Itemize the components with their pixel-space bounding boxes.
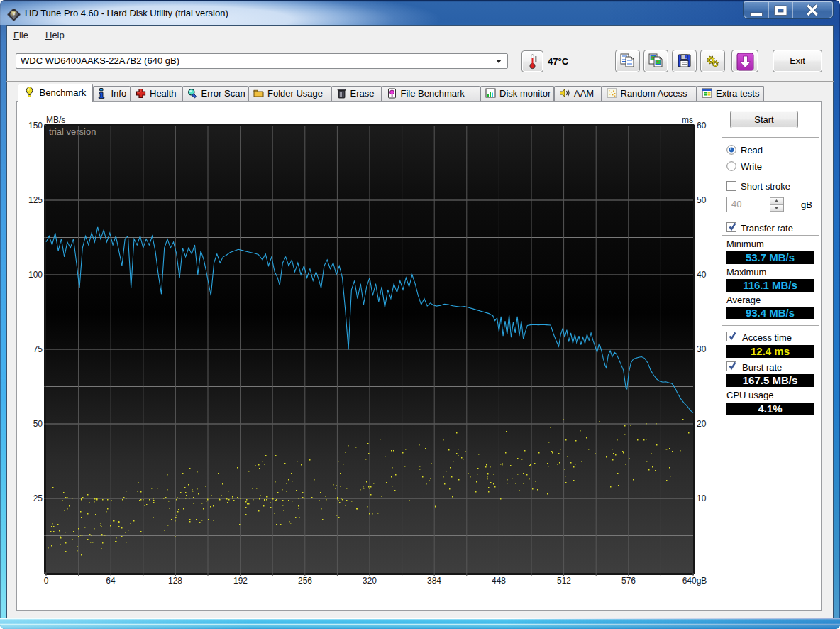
svg-text:trial version: trial version bbox=[49, 126, 96, 137]
